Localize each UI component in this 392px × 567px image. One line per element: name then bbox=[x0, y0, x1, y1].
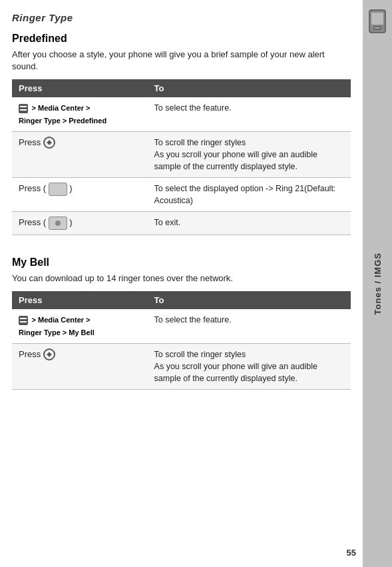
menu-path-label: > Media Center >Ringer Type > Predefined bbox=[19, 104, 106, 124]
predefined-description: After you choose a style, your phone wil… bbox=[12, 49, 351, 73]
press-cell: Press bbox=[12, 343, 148, 389]
back-button-icon bbox=[49, 217, 67, 230]
select-button-icon bbox=[49, 183, 67, 196]
table-row: Press ( ) To exit. bbox=[12, 212, 351, 235]
to-cell: To scroll the ringer styles As you scrol… bbox=[148, 131, 351, 177]
scroll-icon bbox=[43, 348, 55, 360]
table-row: Press ( ) To select the displayed option… bbox=[12, 178, 351, 212]
table-row: Press To scroll the ringer styles As you… bbox=[12, 343, 351, 389]
mybell-title: My Bell bbox=[12, 257, 351, 269]
press-cell: > Media Center >Ringer Type > Predefined bbox=[12, 97, 148, 131]
menu-icon bbox=[19, 104, 28, 113]
to-cell: To select the displayed option -> Ring 2… bbox=[148, 178, 351, 212]
side-tab: Tones / IMGS bbox=[363, 0, 392, 567]
mybell-col-press: Press bbox=[12, 291, 148, 309]
predefined-col-press: Press bbox=[12, 79, 148, 97]
press-cell: Press bbox=[12, 131, 148, 177]
menu-path-label: > Media Center >Ringer Type > My Bell bbox=[19, 316, 95, 336]
page-number: 55 bbox=[347, 548, 356, 558]
page-title: Ringer Type bbox=[12, 12, 351, 23]
press-cell: Press ( ) bbox=[12, 212, 148, 235]
predefined-section: Predefined After you choose a style, you… bbox=[12, 33, 351, 235]
press-cell: > Media Center >Ringer Type > My Bell bbox=[12, 309, 148, 343]
mybell-description: You can download up to 14 ringer tones o… bbox=[12, 273, 351, 284]
mybell-col-to: To bbox=[148, 291, 351, 309]
predefined-table: Press To > Media Center >Ringer Type > P… bbox=[12, 79, 351, 235]
scroll-icon bbox=[43, 137, 55, 149]
page-content: Ringer Type Predefined After you choose … bbox=[0, 0, 363, 416]
svg-rect-1 bbox=[371, 13, 383, 25]
table-row: > Media Center >Ringer Type > My Bell To… bbox=[12, 309, 351, 343]
to-cell: To select the feature. bbox=[148, 97, 351, 131]
to-cell: To exit. bbox=[148, 212, 351, 235]
table-row: Press To scroll the ringer styles As you… bbox=[12, 131, 351, 177]
table-row: > Media Center >Ringer Type > Predefined… bbox=[12, 97, 351, 131]
side-tab-label: Tones / IMGS bbox=[373, 253, 383, 314]
mybell-section: My Bell You can download up to 14 ringer… bbox=[12, 257, 351, 390]
to-cell: To scroll the ringer styles As you scrol… bbox=[148, 343, 351, 389]
predefined-col-to: To bbox=[148, 79, 351, 97]
mybell-table: Press To > Media Center >Ringer Type > M… bbox=[12, 291, 351, 390]
phone-icon bbox=[367, 9, 388, 35]
svg-rect-3 bbox=[375, 27, 380, 29]
menu-icon bbox=[19, 316, 28, 325]
predefined-title: Predefined bbox=[12, 33, 351, 45]
to-cell: To select the feature. bbox=[148, 309, 351, 343]
press-cell: Press ( ) bbox=[12, 178, 148, 212]
